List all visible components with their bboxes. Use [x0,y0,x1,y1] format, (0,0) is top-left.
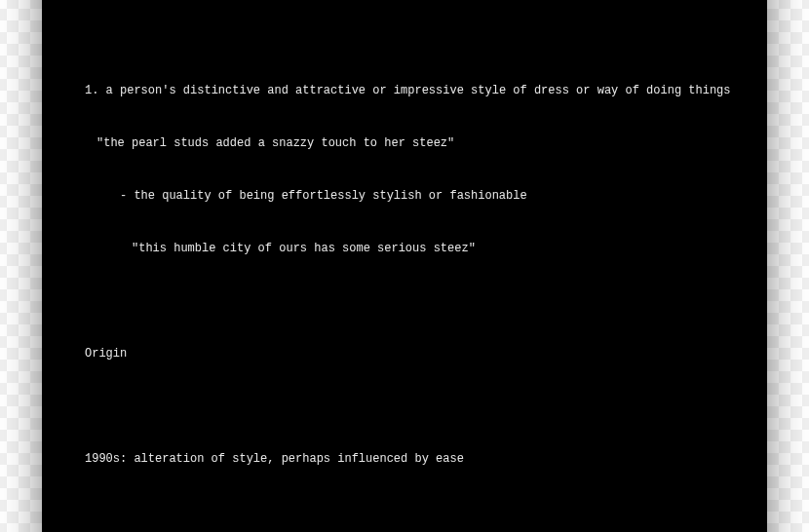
origin-label: Origin [50,345,759,362]
origin-text: 1990s: alteration of style, perhaps infl… [50,450,759,468]
terminal-window: define rican7@metro ~ $ define steez ste… [42,0,767,532]
sub-definition: - the quality of being effortlessly styl… [50,187,759,205]
example-1: "the pearl studs added a snazzy touch to… [50,134,759,152]
definition-line: 1. a person's distinctive and attractive… [50,82,759,99]
example-2: "this humble city of ours has some serio… [50,240,759,257]
terminal-body[interactable]: rican7@metro ~ $ define steez steez /sti… [42,0,767,532]
